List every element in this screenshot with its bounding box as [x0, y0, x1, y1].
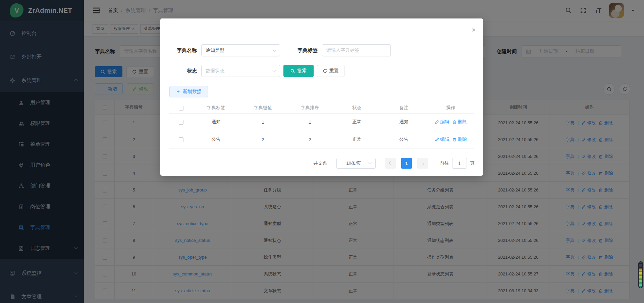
plus-icon: ＋ — [176, 89, 180, 95]
dialog-column-header: 备注 — [380, 103, 427, 113]
dict-data-dialog: × 字典名称 通知类型 字典标签 请输入字典标签 状态 数据状态 — [160, 18, 483, 176]
row-delete-link[interactable]: 删除 — [452, 119, 467, 125]
dialog-dict-name-select[interactable]: 通知类型 — [201, 44, 280, 56]
page-unit-label: 页 — [470, 160, 475, 166]
chevron-right-icon — [421, 162, 424, 165]
remark-cell: 公告 — [380, 131, 427, 148]
remark-cell: 通知 — [380, 113, 427, 131]
page-size-select[interactable]: 10条/页 — [336, 158, 376, 169]
dialog-dict-label-label: 字典标签 — [290, 47, 318, 54]
page-number-1[interactable]: 1 — [401, 158, 412, 169]
chevron-left-icon — [389, 161, 392, 165]
dialog-column-header: 字典排序 — [286, 103, 333, 113]
next-page-button[interactable] — [417, 158, 428, 169]
dict-sort-cell: 2 — [286, 131, 333, 148]
dialog-column-header: 操作 — [427, 103, 474, 113]
dialog-search-button[interactable]: 搜索 — [283, 65, 314, 77]
app-root: V ZrAdmin.NET 控制台外部打开系统管理用户管理权限管理菜单管理用户角… — [0, 0, 644, 303]
chevron-down-icon — [368, 161, 372, 165]
dict-value-cell: 1 — [239, 113, 286, 131]
scrollbar-extension-widget[interactable] — [638, 261, 643, 288]
dialog-status-select[interactable]: 数据状态 — [201, 65, 280, 77]
operations-cell: 编辑删除 — [427, 113, 474, 131]
dialog-pagination: 共 2 条 10条/页 1 前往 1 页 — [314, 158, 475, 169]
dict-label-cell: 公告 — [193, 131, 239, 148]
dialog-dict-label-input[interactable]: 请输入字典标签 — [322, 44, 391, 56]
dict-sort-cell: 1 — [286, 113, 333, 131]
dialog-close-icon[interactable]: × — [472, 27, 476, 33]
row-edit-link[interactable]: 编辑 — [435, 136, 449, 142]
dialog-column-header: 状态 — [333, 103, 380, 113]
chevron-down-icon — [272, 69, 276, 72]
dict-label-cell: 通知 — [193, 113, 239, 131]
dialog-form: 字典名称 通知类型 字典标签 请输入字典标签 状态 数据状态 — [169, 44, 474, 148]
dialog-select-all-checkbox[interactable] — [169, 103, 193, 113]
dialog-dict-name-label: 字典名称 — [169, 47, 197, 54]
prev-page-button[interactable] — [385, 158, 396, 169]
row-checkbox-cell[interactable] — [169, 131, 193, 148]
dialog-table-row: 通知11正常通知编辑删除 — [169, 113, 474, 131]
dict-value-cell: 2 — [239, 131, 286, 148]
dialog-column-header: 字典标签 — [193, 103, 239, 113]
status-cell: 正常 — [333, 113, 380, 131]
dialog-add-data-button[interactable]: ＋ 新增数据 — [169, 86, 208, 97]
dialog-status-label: 状态 — [169, 68, 197, 74]
goto-label: 前往 — [440, 160, 449, 166]
row-delete-link[interactable]: 删除 — [452, 136, 467, 142]
dialog-reset-button[interactable]: 重置 — [317, 65, 344, 77]
dialog-dict-data-table: 字典标签字典键值字典排序状态备注操作 通知11正常通知编辑删除公告22正常公告编… — [169, 103, 474, 148]
dialog-table-row: 公告22正常公告编辑删除 — [169, 131, 474, 148]
row-checkbox-cell[interactable] — [169, 113, 193, 131]
dialog-column-header: 字典键值 — [239, 103, 286, 113]
goto-page-input[interactable]: 1 — [452, 158, 467, 169]
pagination-total: 共 2 条 — [314, 160, 327, 166]
row-edit-link[interactable]: 编辑 — [435, 119, 449, 125]
status-cell: 正常 — [333, 131, 380, 148]
operations-cell: 编辑删除 — [427, 131, 474, 148]
chevron-down-icon — [272, 48, 276, 52]
